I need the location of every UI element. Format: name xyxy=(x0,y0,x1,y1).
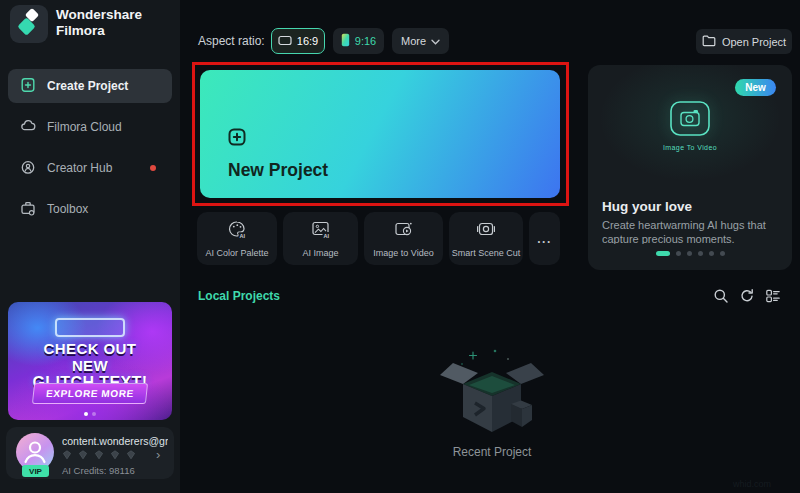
ratio-button-16-9[interactable]: 16:9 xyxy=(271,28,325,54)
refresh-icon[interactable] xyxy=(738,287,756,305)
cloud-icon xyxy=(20,118,36,137)
credit-gems-row xyxy=(62,450,136,460)
brand-name: Wondershare Filmora xyxy=(56,7,142,39)
vip-badge: VIP xyxy=(22,465,49,477)
svg-text:AI: AI xyxy=(240,233,246,239)
folder-icon xyxy=(702,34,716,49)
ai-credits-value: 98116 xyxy=(109,465,135,476)
carousel-dots xyxy=(588,251,792,256)
carousel-dot[interactable] xyxy=(698,251,703,256)
sidebar-item-creator-hub[interactable]: Creator Hub xyxy=(8,151,172,185)
promo-title: Hug your love xyxy=(602,199,692,214)
ai-image-icon: AI xyxy=(283,220,358,239)
feature-label: AI Image xyxy=(283,248,358,258)
watermark: whid.com xyxy=(733,479,771,489)
recent-project-caption: Recent Project xyxy=(420,445,564,459)
ratio-button-9-16[interactable]: 9:16 xyxy=(333,28,384,54)
gem-icon xyxy=(94,450,104,460)
svg-text:AI: AI xyxy=(323,233,329,239)
banner-artwork-glasses xyxy=(55,318,125,337)
carousel-dot[interactable] xyxy=(687,251,692,256)
more-label: More xyxy=(401,35,426,47)
ai-credits: AI Credits: 98116 xyxy=(62,465,135,476)
feature-label: Smart Scene Cut xyxy=(449,248,523,258)
feature-button-image-to-video[interactable]: Image to Video xyxy=(364,212,443,265)
glitch-text-promo-banner[interactable]: CHECK OUT NEW GLITCH TEXT! EXPLORE MORE xyxy=(8,302,172,420)
feature-button-ai-image[interactable]: AI AI Image xyxy=(283,212,358,265)
brand-line2: Filmora xyxy=(56,23,142,39)
carousel-dot[interactable] xyxy=(84,412,88,416)
new-badge: New xyxy=(735,79,776,96)
toolbox-icon xyxy=(20,200,36,219)
new-project-card[interactable]: New Project xyxy=(200,70,560,198)
new-project-label: New Project xyxy=(228,160,328,181)
ai-credits-label: AI Credits: xyxy=(62,465,106,476)
account-card[interactable]: VIP content.wonderers@gmail... › AI Cred… xyxy=(6,427,174,479)
aspect-ratio-label: Aspect ratio: xyxy=(198,34,265,48)
feature-label: AI Color Palette xyxy=(197,248,277,258)
feature-button-smart-scene-cut[interactable]: Smart Scene Cut xyxy=(449,212,523,265)
carousel-dot[interactable] xyxy=(92,412,96,416)
chevron-right-icon[interactable]: › xyxy=(156,447,160,462)
image-to-video-icon xyxy=(667,99,713,143)
sidebar-item-toolbox[interactable]: Toolbox xyxy=(8,192,172,226)
list-view-icon[interactable] xyxy=(764,287,782,305)
plus-icon xyxy=(228,128,246,150)
chevron-down-icon xyxy=(431,35,440,47)
promo-icon-caption: Image To Video xyxy=(588,144,792,151)
feature-carousel-panel[interactable]: New Image To Video Hug your love Create … xyxy=(588,65,792,270)
carousel-dot[interactable] xyxy=(676,251,681,256)
sidebar-item-filmora-cloud[interactable]: Filmora Cloud xyxy=(8,110,172,144)
more-features-button[interactable]: ... xyxy=(529,212,560,265)
gem-icon xyxy=(62,450,72,460)
search-icon[interactable] xyxy=(712,287,730,305)
explore-more-button[interactable]: EXPLORE MORE xyxy=(32,383,148,404)
image-to-video-small-icon xyxy=(364,220,443,239)
sidebar-item-label: Creator Hub xyxy=(47,161,112,175)
open-project-label: Open Project xyxy=(722,36,786,48)
creator-icon xyxy=(20,159,36,178)
empty-box-illustration xyxy=(437,346,547,444)
banner-line1: CHECK OUT xyxy=(8,340,172,357)
sidebar-item-label: Create Project xyxy=(47,79,128,93)
sidebar-item-label: Filmora Cloud xyxy=(47,120,122,134)
brand-line1: Wondershare xyxy=(56,7,142,23)
more-ratios-button[interactable]: More xyxy=(392,28,449,54)
promo-description: Create heartwarming AI hugs that capture… xyxy=(602,219,784,244)
monitor-icon xyxy=(278,35,292,48)
carousel-dot[interactable] xyxy=(709,251,714,256)
sidebar-item-label: Toolbox xyxy=(47,202,88,216)
sidebar: Wondershare Filmora Create Project Filmo… xyxy=(0,0,180,493)
scene-cut-icon xyxy=(449,220,523,239)
ratio-label: 9:16 xyxy=(355,35,376,47)
file-plus-icon xyxy=(20,77,36,96)
filmora-logo-icon xyxy=(10,5,48,43)
local-projects-title: Local Projects xyxy=(198,289,280,303)
account-email: content.wonderers@gmail... xyxy=(62,435,168,447)
gem-icon xyxy=(78,450,88,460)
feature-button-ai-color-palette[interactable]: AI AI Color Palette xyxy=(197,212,277,265)
notification-dot xyxy=(150,165,156,171)
palette-icon: AI xyxy=(197,220,277,239)
gem-icon xyxy=(110,450,120,460)
open-project-button[interactable]: Open Project xyxy=(696,29,792,54)
gem-icon xyxy=(126,450,136,460)
phone-icon xyxy=(341,33,350,49)
carousel-dot[interactable] xyxy=(720,251,725,256)
ratio-label: 16:9 xyxy=(297,35,318,47)
sidebar-item-create-project[interactable]: Create Project xyxy=(8,69,172,103)
banner-line2: NEW xyxy=(8,357,172,374)
banner-dots xyxy=(82,412,98,416)
carousel-dot[interactable] xyxy=(656,251,670,256)
filmora-home-screen: Wondershare Filmora Create Project Filmo… xyxy=(0,0,800,493)
feature-label: Image to Video xyxy=(364,248,443,258)
